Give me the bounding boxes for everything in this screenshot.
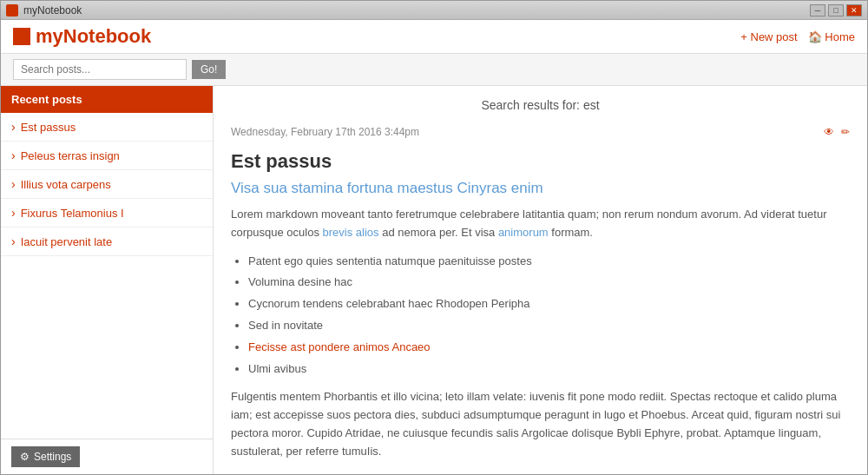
window-title: myNotebook: [23, 4, 82, 16]
sidebar-item-peleus[interactable]: Peleus terras insign: [1, 142, 213, 170]
sidebar-bottom: ⚙ Settings: [1, 439, 213, 474]
list-item: Volumina desine hac: [248, 274, 850, 292]
list-item: Sed in novitate: [248, 317, 850, 335]
sidebar-item-label: Est passus: [21, 121, 76, 134]
main-layout: Recent posts Est passus Peleus terras in…: [1, 86, 867, 474]
eye-icon[interactable]: 👁: [824, 126, 834, 138]
edit-icon[interactable]: ✏: [841, 126, 850, 138]
sidebar: Recent posts Est passus Peleus terras in…: [1, 86, 214, 474]
post-body-1: Lorem markdown moveant tanto feretrumque…: [231, 206, 850, 242]
close-button[interactable]: ✕: [846, 4, 862, 16]
settings-label: Settings: [34, 451, 71, 463]
bullet-link[interactable]: Fecisse ast pondere animos Ancaeo: [248, 340, 431, 353]
sidebar-header: Recent posts: [1, 86, 213, 113]
body-link-1[interactable]: brevis alios: [323, 226, 379, 239]
topbar: myNotebook + New post 🏠 Home: [1, 20, 867, 54]
sidebar-item-estpassus[interactable]: Est passus: [1, 113, 213, 142]
post-meta: Wednesday, February 17th 2016 3:44pm 👁 ✏: [231, 121, 850, 143]
list-item: Cycnorum tendens celebrabant haec Rhodop…: [248, 295, 850, 313]
logo-text: myNotebook: [36, 25, 151, 48]
title-bar: myNotebook ─ □ ✕: [1, 1, 867, 20]
sidebar-item-label: Iacuit pervenit late: [21, 235, 113, 248]
search-results-header: Search results for: est: [231, 86, 850, 121]
minimize-button[interactable]: ─: [810, 4, 825, 16]
search-input[interactable]: [13, 59, 187, 80]
window: myNotebook ─ □ ✕ myNotebook + New post 🏠…: [0, 0, 868, 475]
sidebar-item-label: Fixurus Telamonius I: [21, 207, 124, 220]
logo-icon: [13, 28, 30, 45]
sidebar-item-label: Illius vota carpens: [21, 178, 111, 191]
post-title: Est passus: [231, 150, 850, 173]
searchbar: Go!: [1, 54, 867, 86]
post-body-2: Fulgentis mentem Phorbantis et illo vici…: [231, 388, 850, 460]
logo: myNotebook: [13, 25, 151, 48]
home-link[interactable]: 🏠 Home: [808, 30, 855, 43]
topbar-right: + New post 🏠 Home: [740, 30, 855, 43]
sidebar-item-label: Peleus terras insign: [21, 149, 120, 162]
sidebar-item-fixurus[interactable]: Fixurus Telamonius I: [1, 199, 213, 228]
app-icon: [6, 4, 18, 16]
post-bullets: Patent ego quies sententia natumque paen…: [231, 253, 850, 379]
app-container: myNotebook + New post 🏠 Home Go! Recent …: [1, 20, 867, 474]
gear-icon: ⚙: [20, 451, 30, 463]
maximize-button[interactable]: □: [828, 4, 844, 16]
sidebar-item-illius[interactable]: Illius vota carpens: [1, 170, 213, 199]
title-bar-left: myNotebook: [6, 4, 82, 16]
settings-button[interactable]: ⚙ Settings: [11, 446, 80, 467]
body-link-2[interactable]: animorum: [498, 226, 549, 239]
bullet-list: Patent ego quies sententia natumque paen…: [231, 253, 850, 379]
post-subtitle: Visa sua stamina fortuna maestus Cinyras…: [231, 180, 850, 197]
sidebar-item-iacuit[interactable]: Iacuit pervenit late: [1, 228, 213, 256]
title-bar-controls: ─ □ ✕: [810, 4, 862, 16]
list-item: Patent ego quies sententia natumque paen…: [248, 253, 850, 271]
search-button[interactable]: Go!: [192, 60, 226, 79]
post-icons: 👁 ✏: [819, 126, 850, 138]
list-item: Ulmi avibus: [248, 360, 850, 379]
content-area: Search results for: est Wednesday, Febru…: [214, 86, 867, 474]
list-item: Fecisse ast pondere animos Ancaeo: [248, 339, 850, 357]
new-post-link[interactable]: + New post: [740, 30, 797, 43]
